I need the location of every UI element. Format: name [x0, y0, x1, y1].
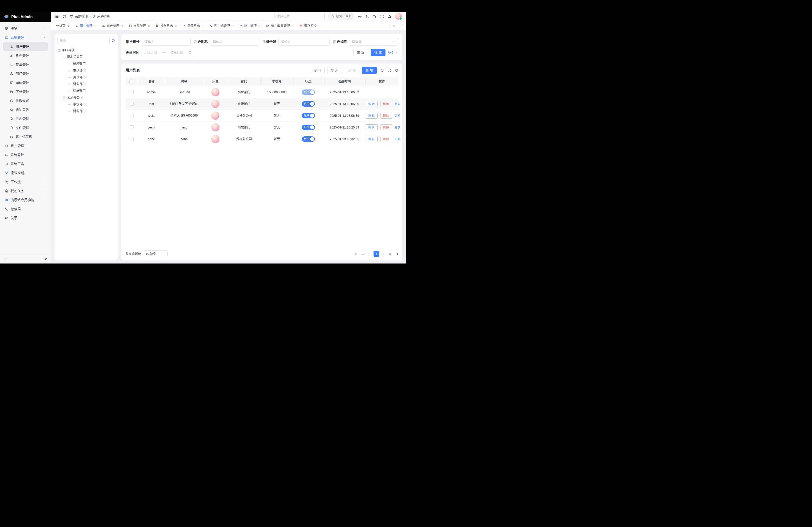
tree-search-input[interactable] [57, 37, 110, 44]
sidebar-item-system-management[interactable]: 系统管理 [3, 33, 48, 42]
import-button[interactable]: 导入 [327, 67, 342, 74]
sidebar-item-notice[interactable]: 通知公告 [3, 105, 48, 114]
tab-client-management[interactable]: 客户端管理 [207, 21, 237, 30]
sidebar-item-wechat-group[interactable]: 微信群 [3, 205, 48, 213]
sidebar-item-menu-management[interactable]: 菜单管理 [3, 60, 48, 69]
close-icon[interactable] [94, 25, 97, 27]
edit-button[interactable]: 编辑 [366, 136, 378, 142]
tenant-select[interactable]: 选择租户 [275, 13, 324, 20]
collapse-sidebar-button[interactable] [4, 257, 7, 261]
tab-list-dropdown-button[interactable] [389, 21, 398, 30]
tree-node[interactable]: 长沙分公司 [57, 94, 115, 101]
pin-sidebar-button[interactable] [44, 257, 47, 261]
row-checkbox[interactable] [130, 102, 133, 106]
prev-pages-button[interactable] [361, 252, 364, 256]
page-number[interactable]: 1 [374, 251, 379, 257]
sync-icon[interactable] [112, 39, 115, 42]
edit-button[interactable]: 编辑 [366, 101, 378, 107]
sidebar-item-system-monitor[interactable]: 系统监控 [3, 151, 48, 159]
search-button[interactable]: 搜索 [371, 49, 386, 56]
sidebar-item-workflow[interactable]: 工作流 [3, 178, 48, 186]
close-icon[interactable] [121, 25, 124, 27]
sidebar-item-dept-management[interactable]: 部门管理 [3, 70, 48, 78]
sidebar-item-user-management[interactable]: 用户管理 [3, 42, 48, 51]
hamburger-icon[interactable] [55, 15, 59, 18]
tab-user-management[interactable]: 用户管理 [72, 21, 99, 30]
moon-icon[interactable] [365, 15, 369, 18]
tree-node[interactable]: XXX科技 [57, 47, 115, 54]
delete-button[interactable]: 删除 [380, 101, 392, 107]
close-icon[interactable] [231, 25, 234, 27]
tree-node[interactable]: 研发部门 [57, 60, 115, 67]
export-button[interactable]: 导出 [310, 67, 324, 74]
status-select[interactable] [349, 38, 398, 46]
more-button[interactable]: 更多 [395, 102, 401, 105]
sidebar-item-log-management[interactable]: 日志管理 [3, 115, 48, 123]
reset-button[interactable]: 重置 [353, 49, 368, 56]
tab-analysis[interactable]: 分析页 [53, 21, 72, 30]
delete-button[interactable]: 删除 [380, 136, 392, 142]
page-size-select[interactable]: 10条/页 [144, 251, 168, 257]
tab-file-management[interactable]: 文件管理 [126, 21, 153, 30]
sidebar-item-system-tools[interactable]: 系统工具 [3, 160, 48, 168]
next-page-button[interactable] [382, 252, 386, 256]
breadcrumb-item[interactable]: 用户管理 [92, 14, 110, 19]
close-icon[interactable] [258, 25, 261, 27]
status-switch[interactable]: 启用 [302, 101, 315, 107]
sidebar-item-tenant-management[interactable]: 租户管理 [3, 141, 48, 150]
close-icon[interactable] [318, 25, 321, 27]
sidebar-item-param-settings[interactable]: 参数设置 [3, 96, 48, 105]
tree-node[interactable]: 财务部门 [57, 81, 115, 88]
content-fullscreen-button[interactable] [398, 21, 406, 30]
close-icon[interactable] [148, 25, 150, 27]
translate-icon[interactable] [373, 15, 377, 18]
edit-button[interactable]: 编辑 [366, 113, 378, 119]
sidebar-item-client-management[interactable]: 客户端管理 [3, 133, 48, 141]
sidebar-item-overview[interactable]: 概览 [3, 24, 48, 33]
first-page-button[interactable] [354, 252, 358, 256]
last-page-button[interactable] [395, 252, 398, 256]
breadcrumb-item[interactable]: 系统管理 [70, 14, 88, 19]
tree-node[interactable]: 运维部门 [57, 88, 115, 94]
close-icon[interactable] [291, 25, 294, 27]
tab-role-management[interactable]: 角色管理 [99, 21, 126, 30]
tab-login-log[interactable]: 登录日志 [180, 21, 207, 30]
tab-tenant-package[interactable]: 租户套餐管理 [263, 21, 296, 30]
add-button[interactable]: 新增 [362, 67, 377, 74]
sidebar-item-my-tasks[interactable]: 我的任务 [3, 187, 48, 195]
sidebar-item-process-start[interactable]: 流程发起 [3, 169, 48, 177]
more-button[interactable]: 更多 [395, 114, 401, 117]
refresh-icon[interactable] [62, 15, 66, 18]
status-select-input[interactable] [351, 40, 391, 44]
user-avatar[interactable] [395, 13, 402, 20]
tree-node[interactable]: 深圳总公司 [57, 54, 115, 60]
sidebar-item-demo-features[interactable]: 演示站专用功能 [3, 196, 48, 204]
tree-node[interactable]: 测试部门 [57, 74, 115, 81]
created-date-range[interactable]: 开始日期 结束日期 [142, 49, 194, 56]
tab-cache-monitor[interactable]: 缓存监控 [296, 21, 323, 30]
collapse-node-icon[interactable] [58, 49, 61, 52]
delete-button[interactable]: 删除 [345, 67, 359, 74]
gear-icon[interactable] [358, 15, 362, 18]
row-checkbox[interactable] [130, 137, 133, 141]
phone-input[interactable] [281, 40, 327, 44]
prev-page-button[interactable] [367, 252, 371, 256]
bell-icon[interactable] [388, 15, 392, 18]
sidebar-item-role-management[interactable]: 角色管理 [3, 51, 48, 60]
tab-tenant-management[interactable]: 租户管理 [237, 21, 263, 30]
edit-button[interactable]: 编辑 [366, 124, 378, 130]
gear-icon[interactable] [395, 69, 398, 72]
status-switch[interactable]: 启用 [302, 125, 315, 130]
more-button[interactable]: 更多 [395, 125, 401, 129]
nickname-input[interactable] [213, 40, 257, 44]
status-switch[interactable]: 启用 [302, 113, 315, 118]
sidebar-item-dict-management[interactable]: 字典管理 [3, 88, 48, 96]
row-checkbox[interactable] [130, 90, 133, 94]
delete-button[interactable]: 删除 [380, 113, 392, 119]
next-pages-button[interactable] [389, 252, 392, 256]
tree-node[interactable]: 财务部门 [57, 108, 115, 115]
refresh-icon[interactable] [380, 69, 384, 72]
delete-button[interactable]: 删除 [380, 124, 392, 130]
collapse-filter-link[interactable]: 收起 [388, 50, 398, 55]
close-icon[interactable] [201, 25, 204, 27]
